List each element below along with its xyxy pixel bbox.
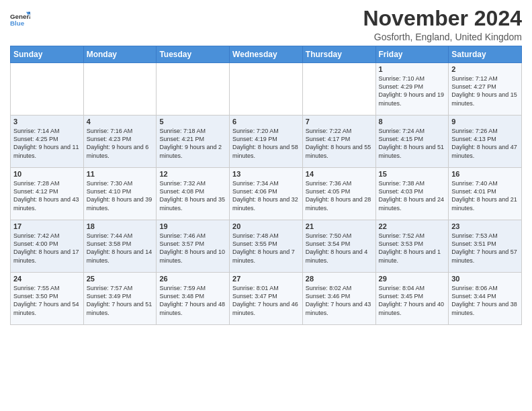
day-info: Sunrise: 7:42 AM Sunset: 4:00 PM Dayligh… <box>13 232 81 265</box>
day-cell-0-0 <box>11 63 84 116</box>
day-info: Sunrise: 7:46 AM Sunset: 3:57 PM Dayligh… <box>159 232 226 265</box>
logo-icon: General Blue <box>10 9 30 30</box>
day-number: 20 <box>232 222 300 230</box>
day-cell-1-1: 4Sunrise: 7:16 AM Sunset: 4:23 PM Daylig… <box>83 116 157 168</box>
day-cell-3-3: 20Sunrise: 7:48 AM Sunset: 3:55 PM Dayli… <box>230 220 303 273</box>
day-info: Sunrise: 7:53 AM Sunset: 3:51 PM Dayligh… <box>451 232 519 265</box>
day-number: 17 <box>13 222 81 230</box>
col-friday: Friday <box>375 46 449 63</box>
day-number: 16 <box>451 170 519 178</box>
day-cell-4-3: 27Sunrise: 8:01 AM Sunset: 3:47 PM Dayli… <box>230 273 303 325</box>
week-row-5: 24Sunrise: 7:55 AM Sunset: 3:50 PM Dayli… <box>11 273 522 325</box>
day-info: Sunrise: 7:44 AM Sunset: 3:58 PM Dayligh… <box>87 232 154 265</box>
day-info: Sunrise: 7:48 AM Sunset: 3:55 PM Dayligh… <box>232 232 300 265</box>
calendar-table: Sunday Monday Tuesday Wednesday Thursday… <box>10 46 522 325</box>
day-number: 2 <box>451 65 519 73</box>
col-monday: Monday <box>83 46 157 63</box>
day-number: 23 <box>451 222 519 230</box>
day-info: Sunrise: 7:18 AM Sunset: 4:21 PM Dayligh… <box>159 127 226 160</box>
day-cell-3-4: 21Sunrise: 7:50 AM Sunset: 3:54 PM Dayli… <box>302 220 375 273</box>
week-row-2: 3Sunrise: 7:14 AM Sunset: 4:25 PM Daylig… <box>11 116 522 168</box>
day-info: Sunrise: 7:34 AM Sunset: 4:06 PM Dayligh… <box>232 179 300 212</box>
day-info: Sunrise: 7:59 AM Sunset: 3:48 PM Dayligh… <box>159 284 226 317</box>
day-cell-4-1: 25Sunrise: 7:57 AM Sunset: 3:49 PM Dayli… <box>83 273 157 325</box>
main-container: General Blue November 2024 Gosforth, Eng… <box>0 0 532 328</box>
day-cell-4-4: 28Sunrise: 8:02 AM Sunset: 3:46 PM Dayli… <box>302 273 375 325</box>
day-cell-2-2: 12Sunrise: 7:32 AM Sunset: 4:08 PM Dayli… <box>157 168 230 220</box>
col-tuesday: Tuesday <box>157 46 230 63</box>
day-cell-0-5: 1Sunrise: 7:10 AM Sunset: 4:29 PM Daylig… <box>375 63 449 116</box>
day-number: 30 <box>451 275 519 283</box>
day-cell-0-1 <box>83 63 157 116</box>
title-block: November 2024 Gosforth, England, United … <box>363 7 522 42</box>
day-number: 15 <box>379 170 446 178</box>
day-cell-1-6: 9Sunrise: 7:26 AM Sunset: 4:13 PM Daylig… <box>449 116 522 168</box>
day-cell-1-3: 6Sunrise: 7:20 AM Sunset: 4:19 PM Daylig… <box>230 116 303 168</box>
day-info: Sunrise: 7:20 AM Sunset: 4:19 PM Dayligh… <box>232 127 300 160</box>
day-info: Sunrise: 7:16 AM Sunset: 4:23 PM Dayligh… <box>87 127 154 160</box>
day-info: Sunrise: 7:50 AM Sunset: 3:54 PM Dayligh… <box>306 232 373 265</box>
header-row: General Blue November 2024 Gosforth, Eng… <box>10 7 522 42</box>
day-cell-3-6: 23Sunrise: 7:53 AM Sunset: 3:51 PM Dayli… <box>449 220 522 273</box>
col-thursday: Thursday <box>302 46 375 63</box>
day-cell-0-3 <box>230 63 303 116</box>
day-number: 8 <box>379 118 446 126</box>
svg-text:Blue: Blue <box>10 19 25 27</box>
day-cell-3-2: 19Sunrise: 7:46 AM Sunset: 3:57 PM Dayli… <box>157 220 230 273</box>
day-cell-0-4 <box>302 63 375 116</box>
day-cell-2-3: 13Sunrise: 7:34 AM Sunset: 4:06 PM Dayli… <box>230 168 303 220</box>
day-number: 6 <box>232 118 300 126</box>
day-cell-1-5: 8Sunrise: 7:24 AM Sunset: 4:15 PM Daylig… <box>375 116 449 168</box>
day-number: 21 <box>306 222 373 230</box>
day-info: Sunrise: 7:55 AM Sunset: 3:50 PM Dayligh… <box>13 284 81 317</box>
day-info: Sunrise: 7:32 AM Sunset: 4:08 PM Dayligh… <box>159 179 226 212</box>
day-cell-2-0: 10Sunrise: 7:28 AM Sunset: 4:12 PM Dayli… <box>11 168 84 220</box>
day-info: Sunrise: 8:04 AM Sunset: 3:45 PM Dayligh… <box>379 284 446 317</box>
day-number: 27 <box>232 275 300 283</box>
day-info: Sunrise: 7:38 AM Sunset: 4:03 PM Dayligh… <box>379 179 446 212</box>
day-number: 18 <box>87 222 154 230</box>
day-cell-4-5: 29Sunrise: 8:04 AM Sunset: 3:45 PM Dayli… <box>375 273 449 325</box>
day-cell-0-2 <box>157 63 230 116</box>
day-info: Sunrise: 7:24 AM Sunset: 4:15 PM Dayligh… <box>379 127 446 160</box>
day-cell-3-0: 17Sunrise: 7:42 AM Sunset: 4:00 PM Dayli… <box>11 220 84 273</box>
day-info: Sunrise: 7:26 AM Sunset: 4:13 PM Dayligh… <box>451 127 519 160</box>
day-cell-4-0: 24Sunrise: 7:55 AM Sunset: 3:50 PM Dayli… <box>11 273 84 325</box>
day-cell-2-4: 14Sunrise: 7:36 AM Sunset: 4:05 PM Dayli… <box>302 168 375 220</box>
col-sunday: Sunday <box>11 46 84 63</box>
day-info: Sunrise: 8:06 AM Sunset: 3:44 PM Dayligh… <box>451 284 519 317</box>
day-cell-3-1: 18Sunrise: 7:44 AM Sunset: 3:58 PM Dayli… <box>83 220 157 273</box>
day-info: Sunrise: 7:22 AM Sunset: 4:17 PM Dayligh… <box>306 127 373 160</box>
col-wednesday: Wednesday <box>230 46 303 63</box>
location: Gosforth, England, United Kingdom <box>363 32 522 42</box>
day-number: 25 <box>87 275 154 283</box>
day-number: 11 <box>87 170 154 178</box>
calendar-header-row: Sunday Monday Tuesday Wednesday Thursday… <box>11 46 522 63</box>
day-info: Sunrise: 7:14 AM Sunset: 4:25 PM Dayligh… <box>13 127 81 160</box>
day-cell-4-6: 30Sunrise: 8:06 AM Sunset: 3:44 PM Dayli… <box>449 273 522 325</box>
day-info: Sunrise: 7:52 AM Sunset: 3:53 PM Dayligh… <box>379 232 446 265</box>
day-number: 13 <box>232 170 300 178</box>
day-info: Sunrise: 7:36 AM Sunset: 4:05 PM Dayligh… <box>306 179 373 212</box>
day-cell-1-0: 3Sunrise: 7:14 AM Sunset: 4:25 PM Daylig… <box>11 116 84 168</box>
day-cell-2-5: 15Sunrise: 7:38 AM Sunset: 4:03 PM Dayli… <box>375 168 449 220</box>
day-number: 10 <box>13 170 81 178</box>
day-cell-2-6: 16Sunrise: 7:40 AM Sunset: 4:01 PM Dayli… <box>449 168 522 220</box>
month-title: November 2024 <box>363 7 522 30</box>
day-number: 3 <box>13 118 81 126</box>
day-number: 7 <box>306 118 373 126</box>
day-info: Sunrise: 8:02 AM Sunset: 3:46 PM Dayligh… <box>306 284 373 317</box>
day-info: Sunrise: 7:12 AM Sunset: 4:27 PM Dayligh… <box>451 75 519 107</box>
week-row-3: 10Sunrise: 7:28 AM Sunset: 4:12 PM Dayli… <box>11 168 522 220</box>
day-cell-0-6: 2Sunrise: 7:12 AM Sunset: 4:27 PM Daylig… <box>449 63 522 116</box>
day-number: 28 <box>306 275 373 283</box>
week-row-1: 1Sunrise: 7:10 AM Sunset: 4:29 PM Daylig… <box>11 63 522 116</box>
day-number: 1 <box>379 65 446 73</box>
day-info: Sunrise: 8:01 AM Sunset: 3:47 PM Dayligh… <box>232 284 300 317</box>
day-info: Sunrise: 7:57 AM Sunset: 3:49 PM Dayligh… <box>87 284 154 317</box>
day-number: 26 <box>159 275 226 283</box>
day-number: 22 <box>379 222 446 230</box>
day-number: 5 <box>159 118 226 126</box>
day-number: 19 <box>159 222 226 230</box>
day-cell-2-1: 11Sunrise: 7:30 AM Sunset: 4:10 PM Dayli… <box>83 168 157 220</box>
